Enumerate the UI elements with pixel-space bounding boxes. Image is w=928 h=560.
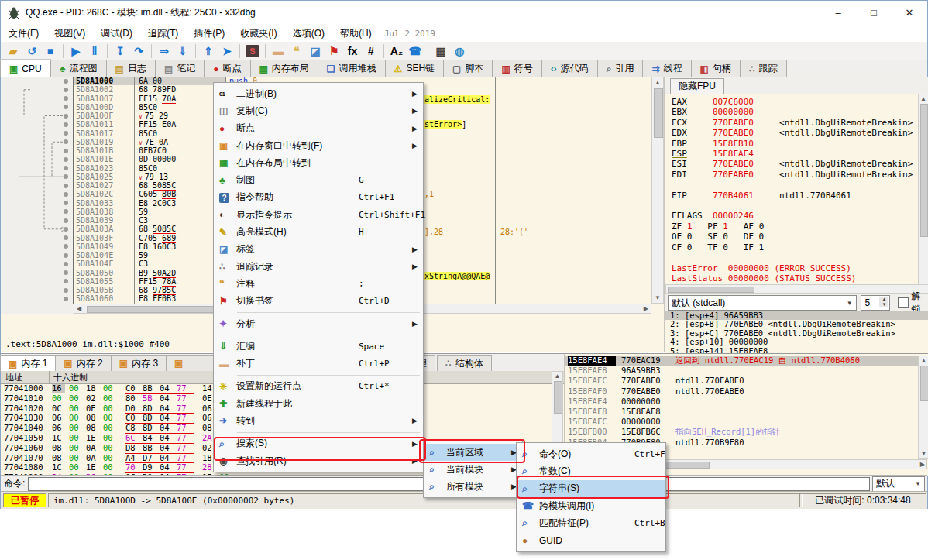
labels-icon[interactable]: ◪ <box>306 43 325 59</box>
menubar-item-插件P[interactable]: 插件(P) <box>186 26 232 42</box>
stack-row[interactable]: 15E8FAF0770EABE0ntdll.770EABE0 <box>565 387 928 397</box>
register-line[interactable]: LastStatus 00000000 (STATUS_SUCCESS) <box>672 273 913 283</box>
register-line[interactable]: ESI 770EABE0 <ntdll.DbgUiRemoteBreakin> <box>672 159 913 169</box>
functions-icon[interactable]: fx <box>343 43 362 59</box>
menu-item-设置新的运行点[interactable]: ✳设置新的运行点Ctrl+* <box>214 378 423 395</box>
hide-fpu-button[interactable]: 隐藏FPU <box>670 78 724 94</box>
tab-内存2[interactable]: ▣内存 2 <box>55 355 111 371</box>
register-line[interactable]: ESP 15E8FAE4 <box>672 149 913 159</box>
register-line[interactable]: LastError 00000000 (ERROR_SUCCESS) <box>672 263 913 273</box>
restart-icon[interactable]: ↺ <box>22 43 41 59</box>
breakpoint-dot[interactable] <box>64 149 68 153</box>
menu-item-分析[interactable]: ✦分析▶ <box>214 315 423 332</box>
breakpoint-dot[interactable] <box>64 192 68 197</box>
menu-item-命令O[interactable]: ⌕命令(O)Ctrl+F <box>517 445 665 462</box>
register-line[interactable]: EAX 007C6000 <box>672 97 913 107</box>
menubar-item-选项O[interactable]: 选项(O) <box>285 26 332 42</box>
tab-断点[interactable]: ●断点 <box>204 60 250 77</box>
breakpoint-dot[interactable] <box>64 157 68 162</box>
menu-item-标签[interactable]: ◪标签▶ <box>214 241 423 258</box>
menubar-item-收藏夹I[interactable]: 收藏夹(I) <box>232 26 284 42</box>
menu-item-二进制B[interactable]: 01二进制(B)▶ <box>214 85 423 102</box>
menu-item-常数C[interactable]: ⌕常数(C) <box>517 462 665 479</box>
stack-vscrollbar[interactable]: ▲ ▼ <box>918 356 928 459</box>
stack-row[interactable]: 15E8FB0015E8FB6C指向SEH_Record[1]的指针 <box>565 427 928 437</box>
menu-item-在内存布局中转到[interactable]: ▦在内存布局中转到 <box>214 154 423 171</box>
step-over-icon[interactable]: ↷ <box>129 43 148 59</box>
tab-线程[interactable]: ⇉线程 <box>642 60 691 77</box>
register-line[interactable] <box>672 253 913 263</box>
breakpoint-dot[interactable] <box>64 218 68 223</box>
breakpoint-dot[interactable] <box>64 88 68 92</box>
stack-row[interactable]: 15E8FAE4770EAC19返回到 ntdll.770EAC19 自 ntd… <box>565 356 928 366</box>
run-icon[interactable]: ▶ <box>67 43 85 59</box>
menubar-item-视图V[interactable]: 视图(V) <box>46 26 93 42</box>
registers-vscrollbar[interactable]: ▲ ▼ <box>918 94 928 294</box>
menu-item-注释[interactable]: ❝注释; <box>214 275 423 292</box>
maximize-button[interactable]: □ <box>856 1 892 25</box>
breakpoint-dot[interactable] <box>64 209 68 214</box>
strings-icon[interactable]: A₂ <box>387 43 406 59</box>
menu-item-转到[interactable]: ➔转到▶ <box>214 412 423 429</box>
tab-流程图[interactable]: ♣流程图 <box>50 60 107 77</box>
breakpoint-dot[interactable] <box>64 122 68 127</box>
register-line[interactable]: EDX 770EABE0 <ntdll.DbgUiRemoteBreakin> <box>672 128 913 138</box>
menu-item-所有模块[interactable]: ⌕所有模块▶ <box>424 478 522 495</box>
step-out-icon[interactable]: ⇑ <box>199 43 218 59</box>
breakpoint-dot[interactable] <box>64 131 68 136</box>
pause-icon[interactable]: ‖ <box>85 43 104 59</box>
menu-item-新建线程于此[interactable]: ✚新建线程于此 <box>214 395 423 412</box>
execute-till-return-icon[interactable]: ⇒ <box>155 43 174 59</box>
run-to-user-code-icon[interactable]: ⇓ <box>174 43 192 59</box>
breakpoint-dot[interactable] <box>64 96 68 101</box>
tab-日志[interactable]: ▤日志 <box>106 60 156 77</box>
tab-CPU[interactable]: ▣CPU <box>0 59 51 77</box>
tab-符号[interactable]: ▥符号 <box>492 60 541 77</box>
internet-globe-icon[interactable]: ◍ <box>450 43 469 59</box>
tab-内存布局[interactable]: ▦内存布局 <box>250 60 318 77</box>
menu-item-复制C[interactable]: ◫复制(C)▶ <box>214 102 423 119</box>
stack-row[interactable]: 15E8FAEC770EABE0ntdll.770EABE0 <box>565 376 928 386</box>
step-into-icon[interactable]: ↧ <box>111 43 129 59</box>
breakpoint-dot[interactable] <box>64 279 68 283</box>
stack-row[interactable]: 15E8FAE896A59BB3 <box>565 366 928 376</box>
comments-icon[interactable]: ❝ <box>287 43 306 59</box>
register-line[interactable]: EIP 770B4061 ntdll.770B4061 <box>672 191 913 201</box>
menu-item-搜索S[interactable]: ⌕搜索(S)▶ <box>214 435 423 452</box>
register-line[interactable]: EDI 770EABE0 <ntdll.DbgUiRemoteBreakin> <box>672 170 913 180</box>
tab-笔记[interactable]: ▤笔记 <box>155 60 205 77</box>
run-until-selection-icon[interactable]: ➤ <box>218 43 236 59</box>
registers-pane[interactable]: 隐藏FPU EAX 007C6000EBX 00000000ECX 770EAB… <box>665 77 928 353</box>
bookmarks-icon[interactable]: ⚑ <box>325 43 343 59</box>
breakpoint-dot[interactable] <box>64 79 68 84</box>
register-line[interactable]: OF 0 SF 0 DF 0 <box>672 232 913 242</box>
menu-item-高亮模式H[interactable]: ✎高亮模式(H)H <box>214 223 423 240</box>
calculator-icon[interactable]: ▦ <box>431 43 450 59</box>
menu-item-当前模块[interactable]: ⌕当前模块▶ <box>424 461 522 478</box>
stop-icon[interactable]: ■ <box>41 43 60 59</box>
menu-item-在内存窗口中转到F[interactable]: ▣在内存窗口中转到(F)▶ <box>214 137 423 154</box>
menu-item-指令帮助[interactable]: ?指令帮助Ctrl+F1 <box>214 189 423 206</box>
tab-struct[interactable]: ∴结构体 <box>437 355 492 371</box>
menubar-item-帮助H[interactable]: 帮助(H) <box>332 26 380 42</box>
register-line[interactable]: EBP 15E8FB10 <box>672 139 913 149</box>
stack-argument-row[interactable]: 4: [esp+10] 00000000 <box>665 338 928 346</box>
menu-item-汇编[interactable]: ⇓汇编Space <box>214 338 423 355</box>
breakpoint-dot[interactable] <box>64 114 68 119</box>
menu-item-追踪记录[interactable]: ∴追踪记录▶ <box>214 258 423 275</box>
breakpoint-dot[interactable] <box>64 139 68 144</box>
breakpoint-dot[interactable] <box>64 235 68 240</box>
stack-row[interactable]: 15E8FAF815E8FAE8 <box>565 407 928 417</box>
breakpoint-dot[interactable] <box>64 174 68 179</box>
breakpoint-dot[interactable] <box>64 166 68 170</box>
tab-脚本[interactable]: ▢脚本 <box>443 60 493 77</box>
registers-hscrollbar[interactable] <box>665 284 928 294</box>
menubar-item-文件F[interactable]: 文件(F) <box>1 26 46 42</box>
menu-item-查找引用R[interactable]: ◉查找引用(R)▶ <box>214 452 423 469</box>
menu-item-GUID[interactable]: ●GUID <box>517 531 665 548</box>
breakpoint-dot[interactable] <box>64 288 68 293</box>
disasm-vscrollbar[interactable]: ▲ ▼ <box>651 77 664 304</box>
menu-item-当前区域[interactable]: ⌕当前区域▶ <box>424 444 522 461</box>
close-button[interactable]: ✕ <box>892 1 927 25</box>
stack-row[interactable]: 15E8FAFC00000000 <box>565 417 928 427</box>
